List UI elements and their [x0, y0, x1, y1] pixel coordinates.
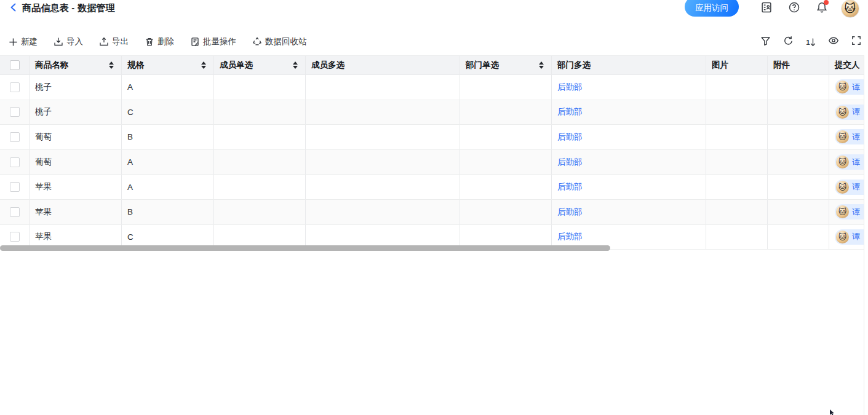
vertical-scrollbar-track[interactable]	[864, 55, 868, 415]
help-button[interactable]	[787, 1, 802, 16]
attachment-cell	[768, 125, 829, 149]
recycle-bin-button[interactable]: 数据回收站	[252, 36, 307, 47]
column-header-attachment[interactable]: 附件	[768, 56, 829, 74]
column-header-name[interactable]: 商品名称	[30, 56, 122, 74]
dept-link[interactable]: 后勤部	[557, 82, 583, 93]
address-book-button[interactable]	[759, 1, 774, 16]
plus-icon	[9, 38, 18, 47]
batch-operations-button[interactable]: 批量操作	[190, 36, 236, 47]
export-button-label: 导出	[112, 36, 129, 47]
submitter-cell: 🐱谭	[829, 125, 864, 149]
column-header-dept-multi[interactable]: 部门多选	[552, 56, 706, 74]
batch-operations-label: 批量操作	[203, 36, 236, 47]
attachment-cell	[768, 75, 829, 100]
member-multi-cell	[306, 100, 460, 125]
column-header-member-single[interactable]: 成员单选	[214, 56, 306, 74]
app-access-button[interactable]: 应用访问	[685, 0, 739, 17]
dept-link[interactable]: 后勤部	[557, 106, 583, 117]
member-single-cell	[214, 100, 306, 125]
submitter-chip[interactable]: 🐱谭	[835, 229, 864, 245]
sort-icon[interactable]	[201, 61, 206, 69]
sort-icon[interactable]	[293, 61, 298, 69]
submitter-name: 谭	[852, 106, 860, 117]
dept-link[interactable]: 后勤部	[557, 132, 583, 143]
submitter-chip[interactable]: 🐱谭	[835, 154, 864, 170]
member-multi-cell	[306, 125, 460, 149]
column-header-image[interactable]: 图片	[706, 56, 768, 74]
dept-single-cell	[460, 100, 552, 125]
submitter-chip[interactable]: 🐱谭	[835, 105, 864, 120]
dept-single-cell	[460, 75, 552, 100]
column-visibility-button[interactable]	[828, 36, 839, 47]
export-button[interactable]: 导出	[99, 36, 129, 47]
image-cell	[706, 75, 768, 100]
submitter-cell: 🐱谭	[829, 200, 864, 224]
address-book-icon	[760, 1, 773, 16]
row-checkbox[interactable]	[10, 132, 20, 142]
submitter-chip[interactable]: 🐱谭	[835, 129, 864, 144]
submitter-chip[interactable]: 🐱谭	[835, 79, 864, 95]
row-checkbox[interactable]	[10, 207, 20, 217]
column-header-member-multi[interactable]: 成员多选	[306, 56, 460, 74]
submitter-chip[interactable]: 🐱谭	[835, 204, 864, 219]
notifications-button[interactable]	[814, 1, 829, 16]
dept-multi-cell: 后勤部	[552, 175, 706, 199]
row-checkbox[interactable]	[10, 157, 20, 167]
submitter-avatar: 🐱	[836, 231, 849, 243]
delete-button[interactable]: 删除	[145, 36, 174, 47]
toolbar-right: 1	[760, 36, 868, 47]
column-header-spec[interactable]: 规格	[122, 56, 214, 74]
submitter-cell: 🐱谭	[829, 175, 864, 199]
member-multi-cell	[306, 150, 460, 175]
submitter-chip[interactable]: 🐱谭	[835, 180, 864, 195]
member-multi-cell	[306, 175, 460, 199]
sort-order-icon: 1	[806, 38, 815, 47]
submitter-name: 谭	[852, 82, 860, 93]
new-button[interactable]: 新建	[9, 36, 38, 47]
table-row[interactable]: 苹果 A 后勤部 🐱谭	[0, 175, 864, 200]
attachment-cell	[768, 100, 829, 125]
dept-link[interactable]: 后勤部	[557, 157, 583, 168]
submitter-avatar: 🐱	[836, 106, 849, 119]
row-checkbox[interactable]	[10, 82, 20, 92]
filter-icon	[760, 36, 771, 49]
dept-link[interactable]: 后勤部	[557, 231, 583, 242]
member-single-cell	[214, 175, 306, 199]
image-cell	[706, 175, 768, 199]
submitter-cell: 🐱谭	[829, 150, 864, 175]
filter-button[interactable]	[760, 36, 771, 47]
dept-link[interactable]: 后勤部	[557, 181, 583, 192]
table-row[interactable]: 葡萄 B 后勤部 🐱谭	[0, 125, 864, 150]
sort-icon[interactable]	[539, 61, 544, 69]
row-checkbox[interactable]	[10, 107, 20, 117]
row-checkbox[interactable]	[10, 182, 20, 192]
column-header-submitter[interactable]: 提交人	[829, 56, 864, 74]
horizontal-scrollbar[interactable]	[0, 245, 610, 251]
select-all-checkbox[interactable]	[10, 60, 20, 70]
submitter-avatar: 🐱	[836, 156, 849, 168]
dept-multi-cell: 后勤部	[552, 200, 706, 224]
name-cell: 苹果	[30, 200, 122, 224]
table-row[interactable]: 葡萄 A 后勤部 🐱谭	[0, 150, 864, 175]
export-icon	[99, 37, 109, 47]
table-row[interactable]: 桃子 C 后勤部 🐱谭	[0, 100, 864, 125]
back-button[interactable]	[7, 2, 20, 15]
avatar[interactable]: 🐱	[841, 0, 859, 18]
refresh-button[interactable]	[782, 36, 794, 47]
help-icon	[788, 1, 800, 16]
import-icon	[54, 37, 63, 47]
attachment-cell	[768, 200, 829, 224]
column-header-dept-single[interactable]: 部门单选	[460, 56, 552, 74]
image-cell	[706, 100, 768, 125]
dept-link[interactable]: 后勤部	[557, 207, 583, 218]
sort-icon[interactable]	[109, 61, 114, 69]
fullscreen-button[interactable]	[851, 36, 862, 47]
table-row[interactable]: 苹果 B 后勤部 🐱谭	[0, 200, 864, 225]
table-row[interactable]: 桃子 A 后勤部 🐱谭	[0, 75, 864, 100]
sort-order-button[interactable]: 1	[805, 36, 816, 47]
submitter-name: 谭	[852, 181, 860, 192]
row-checkbox[interactable]	[10, 232, 20, 242]
import-button[interactable]: 导入	[54, 36, 83, 47]
member-single-cell	[214, 150, 306, 175]
name-cell: 桃子	[30, 100, 122, 125]
